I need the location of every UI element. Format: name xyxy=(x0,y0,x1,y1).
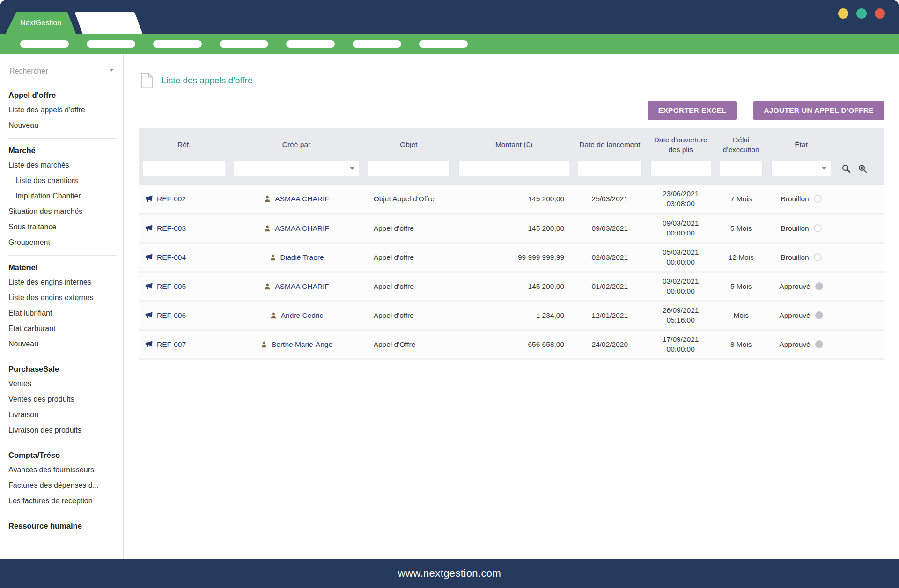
created-by-link[interactable]: ASMAA CHARIF xyxy=(275,224,329,233)
sidebar-item-nouveau-appel[interactable]: Nouveau xyxy=(8,118,117,133)
table-row[interactable]: REF-005 ASMAA CHARIF Appel d'offre 145 2… xyxy=(139,272,884,301)
window-dot-teal[interactable] xyxy=(856,8,867,19)
date-ouverture-cell: 03/02/202100:00:00 xyxy=(649,277,713,296)
date-ouverture-time: 00:00:00 xyxy=(649,228,713,238)
date-lancement-cell: 12/01/2021 xyxy=(574,301,646,330)
sidebar-item-livraison-produits[interactable]: Livraison des produits xyxy=(8,422,117,438)
sidebar-item-liste-appels-offre[interactable]: Liste des appels d'offre xyxy=(8,102,117,118)
created-by-link[interactable]: Berthe Marie-Ange xyxy=(272,340,332,349)
filter-ref-input[interactable] xyxy=(143,161,225,176)
status-dot xyxy=(814,224,822,232)
sidebar-item-engins-internes[interactable]: Liste des engins internes xyxy=(8,274,117,290)
date-ouverture-cell: 17/09/202100:00:00 xyxy=(649,335,713,354)
table-row[interactable]: REF-004 Diadié Traore Appel d'offre 99 9… xyxy=(139,243,884,272)
created-by-link[interactable]: ASMAA CHARIF xyxy=(275,282,329,291)
sidebar-item-sous-traitance[interactable]: Sous traitance xyxy=(8,219,117,235)
sidebar-item-liste-marches[interactable]: Liste des marchés xyxy=(8,157,117,173)
menu-pill[interactable] xyxy=(87,40,135,48)
megaphone-icon xyxy=(145,254,153,261)
table-row[interactable]: REF-007 Berthe Marie-Ange Appel d'Offre … xyxy=(139,330,884,359)
filter-date-ouverture-input[interactable] xyxy=(650,161,711,176)
export-excel-button[interactable]: EXPORTER EXCEL xyxy=(648,101,737,120)
sidebar-section-marche: Marché Liste des marchés Liste des chant… xyxy=(8,139,117,256)
date-ouverture-time: 00:00:00 xyxy=(649,287,713,296)
sidebar-item-ventes[interactable]: Ventes xyxy=(8,376,117,391)
created-by-link[interactable]: Andre Cedric xyxy=(281,311,323,320)
created-by-link[interactable]: Diadié Traore xyxy=(280,253,324,262)
montant-cell: 1 234,00 xyxy=(454,301,574,330)
etat-label: Approuvé xyxy=(779,282,810,291)
sidebar-search xyxy=(8,64,116,81)
ref-link[interactable]: REF-006 xyxy=(157,311,186,320)
window-dot-yellow[interactable] xyxy=(838,8,848,19)
menu-pill[interactable] xyxy=(220,40,268,48)
status-dot xyxy=(814,195,822,203)
sidebar-item-ventes-produits[interactable]: Ventes des produits xyxy=(8,391,117,407)
search-icon[interactable] xyxy=(841,164,851,173)
filter-delai-input[interactable] xyxy=(720,161,763,176)
sidebar-item-factures-reception[interactable]: Les factures de reception xyxy=(8,493,117,508)
filter-objet-input[interactable] xyxy=(368,161,450,176)
etat-label: Approuvé xyxy=(779,340,810,349)
add-appel-offre-button[interactable]: AJOUTER UN APPEL D'OFFRE xyxy=(753,101,884,120)
date-ouverture-time: 00:00:00 xyxy=(649,257,713,267)
ref-link[interactable]: REF-005 xyxy=(157,282,186,291)
col-header-date-ouverture[interactable]: Date d'ouverture des plis xyxy=(646,128,715,156)
menu-pill[interactable] xyxy=(353,40,401,48)
date-ouverture-time: 05:16:00 xyxy=(649,316,713,325)
chevron-down-icon[interactable] xyxy=(109,69,114,72)
sidebar-item-groupement[interactable]: Groupement xyxy=(8,235,117,250)
section-title: Compta/Tréso xyxy=(8,446,117,462)
table-row[interactable]: REF-003 ASMAA CHARIF Appel d'offre 145 2… xyxy=(139,214,884,243)
sidebar-item-avances-fournisseurs[interactable]: Avances des fournisseurs xyxy=(8,462,117,478)
date-ouverture-time: 00:00:00 xyxy=(649,345,713,354)
brand-tab[interactable]: NextGestion xyxy=(6,12,76,34)
created-by-link[interactable]: ASMAA CHARIF xyxy=(275,195,329,203)
megaphone-icon xyxy=(145,195,153,202)
sidebar-item-engins-externes[interactable]: Liste des engins externes xyxy=(8,290,117,305)
montant-cell: 145 200,00 xyxy=(454,272,574,301)
active-tab-placeholder[interactable] xyxy=(75,12,143,34)
ref-link[interactable]: REF-003 xyxy=(157,224,186,233)
col-header-ref[interactable]: Réf. xyxy=(139,128,229,156)
filter-montant-input[interactable] xyxy=(458,161,569,176)
chevron-down-icon[interactable] xyxy=(350,167,354,170)
table-row[interactable]: REF-002 ASMAA CHARIF Objet Appel d'Offre… xyxy=(139,185,884,214)
ref-link[interactable]: REF-002 xyxy=(157,195,186,203)
objet-cell: Objet Appel d'Offre xyxy=(363,185,454,214)
section-title: Ressource humaine xyxy=(8,517,117,533)
sidebar-item-livraison[interactable]: Livraison xyxy=(8,407,117,422)
sidebar-item-imputation-chantier[interactable]: Imputation Chantier xyxy=(8,188,117,204)
col-header-date-lancement[interactable]: Date de lancement xyxy=(574,128,646,156)
date-lancement-cell: 25/03/2021 xyxy=(574,185,646,214)
search-input[interactable] xyxy=(8,64,116,81)
ref-link[interactable]: REF-004 xyxy=(157,253,186,262)
menu-pill[interactable] xyxy=(20,40,69,48)
sidebar-item-factures-depenses[interactable]: Factures des dépenses d... xyxy=(8,478,117,493)
col-header-montant[interactable]: Montant (€) xyxy=(454,128,574,156)
filter-cree-par-select[interactable] xyxy=(234,161,359,176)
sidebar-item-etat-carburant[interactable]: Etat carburant xyxy=(8,321,117,336)
col-header-cree-par[interactable]: Créé par xyxy=(229,128,363,156)
window-dot-red[interactable] xyxy=(875,8,885,19)
clear-search-icon[interactable] xyxy=(858,164,867,173)
delai-cell: 12 Mois xyxy=(715,243,767,272)
ref-link[interactable]: REF-007 xyxy=(157,340,186,349)
objet-cell: Appel d'offre xyxy=(363,301,454,330)
sidebar-item-situation-marches[interactable]: Situation des marchés xyxy=(8,204,117,219)
sidebar-item-etat-lubrifiant[interactable]: Etat lubrifiant xyxy=(8,305,117,321)
date-ouverture-date: 23/06/2021 xyxy=(649,189,713,199)
col-header-etat[interactable]: État xyxy=(767,128,836,156)
menu-pill[interactable] xyxy=(286,40,335,48)
menu-pill[interactable] xyxy=(419,40,468,48)
chevron-down-icon[interactable] xyxy=(822,167,826,170)
table-row[interactable]: REF-006 Andre Cedric Appel d'offre 1 234… xyxy=(139,301,884,330)
sidebar-item-nouveau-materiel[interactable]: Nouveau xyxy=(8,336,117,352)
brand-label: NextGestion xyxy=(20,19,61,27)
col-header-actions xyxy=(835,128,884,156)
menu-pill[interactable] xyxy=(153,40,202,48)
sidebar-item-liste-chantiers[interactable]: Liste des chantiers xyxy=(8,173,117,188)
col-header-objet[interactable]: Objet xyxy=(363,128,454,156)
col-header-delai[interactable]: Délai d'execution xyxy=(715,128,767,156)
filter-date-lancement-input[interactable] xyxy=(578,161,642,176)
